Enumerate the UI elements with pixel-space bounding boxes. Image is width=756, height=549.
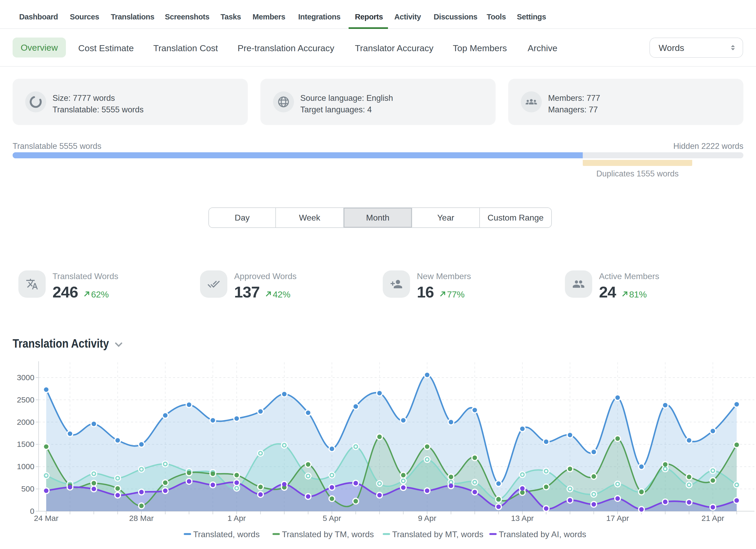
svg-text:Translated by AI, words: Translated by AI, words [499,530,586,539]
svg-text:13 Apr: 13 Apr [511,514,534,522]
svg-text:500: 500 [21,484,34,493]
svg-text:24 Mar: 24 Mar [34,514,58,522]
svg-text:1000: 1000 [17,462,34,471]
svg-text:1500: 1500 [17,440,34,448]
svg-text:3000: 3000 [17,373,34,382]
svg-text:9 Apr: 9 Apr [418,514,436,522]
svg-text:2500: 2500 [17,395,34,404]
svg-text:1 Apr: 1 Apr [228,514,246,522]
svg-text:2000: 2000 [17,418,34,426]
svg-text:28 Mar: 28 Mar [129,514,154,522]
svg-text:5 Apr: 5 Apr [323,514,341,522]
svg-text:21 Apr: 21 Apr [701,514,724,522]
svg-text:Translated by TM, words: Translated by TM, words [282,530,374,539]
svg-text:Translated by MT, words: Translated by MT, words [392,530,483,539]
svg-text:17 Apr: 17 Apr [606,514,629,522]
svg-text:Translated, words: Translated, words [193,530,260,539]
